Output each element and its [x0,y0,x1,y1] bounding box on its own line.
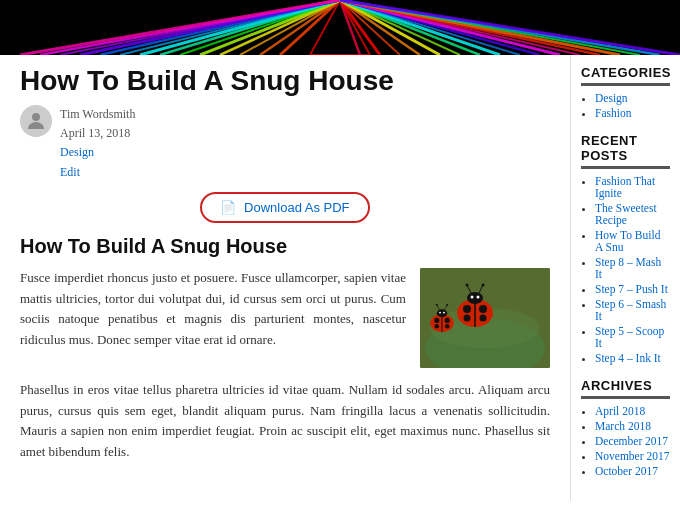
svg-point-39 [463,305,471,313]
archive-april-2018[interactable]: April 2018 [595,405,645,417]
main-content: How To Build A Snug House Tim Wordsmith … [0,55,570,501]
archive-march-2018[interactable]: March 2018 [595,420,651,432]
list-item: Fashion That Ignite [595,175,670,199]
svg-point-40 [479,305,487,313]
recent-post-3[interactable]: How To Build A Snu [595,229,660,253]
article-paragraph-1: Fusce imperdiet rhoncus justo et posuere… [20,268,406,368]
header-banner [0,0,680,55]
sidebar: CATEGORIES Design Fashion RECENT POSTS F… [570,55,680,501]
svg-point-42 [480,314,487,321]
list-item: December 2017 [595,435,670,447]
svg-point-56 [437,309,447,317]
content-wrapper: How To Build A Snug House Tim Wordsmith … [0,55,680,501]
archive-december-2017[interactable]: December 2017 [595,435,668,447]
svg-point-41 [464,314,471,321]
category-link[interactable]: Design [60,145,94,159]
download-area: 📄 Download As PDF [20,192,550,223]
svg-point-54 [435,324,440,329]
svg-point-53 [445,318,450,323]
article-title: How To Build A Snug House [20,235,550,258]
list-item: Step 5 – Scoop It [595,325,670,349]
archive-november-2017[interactable]: November 2017 [595,450,669,462]
recent-posts-list: Fashion That Ignite The Sweetest Recipe … [581,175,670,364]
download-pdf-button[interactable]: 📄 Download As PDF [200,192,369,223]
article-image [420,268,550,368]
list-item: Step 7 – Push It [595,283,670,295]
svg-point-44 [471,295,474,298]
svg-point-45 [477,295,480,298]
recent-post-8[interactable]: Step 4 – Ink It [595,352,661,364]
list-item: November 2017 [595,450,670,462]
archives-section: ARCHIVES April 2018 March 2018 December … [581,378,670,477]
recent-post-2[interactable]: The Sweetest Recipe [595,202,657,226]
post-date: April 13, 2018 [60,124,135,143]
list-item: Design [595,92,670,104]
article-body: Fusce imperdiet rhoncus justo et posuere… [20,268,550,368]
recent-post-7[interactable]: Step 5 – Scoop It [595,325,664,349]
author-name: Tim Wordsmith [60,105,135,124]
list-item: April 2018 [595,405,670,417]
download-label: Download As PDF [244,200,350,215]
svg-point-61 [436,304,438,306]
category-design-link[interactable]: Design [595,92,628,104]
svg-point-48 [466,283,469,286]
svg-point-33 [32,113,40,121]
author-meta: Tim Wordsmith April 13, 2018 Design Edit [60,105,135,182]
svg-point-57 [439,311,441,313]
list-item: Step 4 – Ink It [595,352,670,364]
svg-point-58 [443,311,445,313]
list-item: Fashion [595,107,670,119]
categories-list: Design Fashion [581,92,670,119]
page-title: How To Build A Snug House [20,65,550,97]
recent-posts-title: RECENT POSTS [581,133,670,169]
author-section: Tim Wordsmith April 13, 2018 Design Edit [20,105,550,182]
pdf-icon: 📄 [220,200,236,215]
svg-point-55 [445,324,450,329]
list-item: March 2018 [595,420,670,432]
recent-post-6[interactable]: Step 6 – Smash It [595,298,666,322]
list-item: Step 6 – Smash It [595,298,670,322]
archives-title: ARCHIVES [581,378,670,399]
archives-list: April 2018 March 2018 December 2017 Nove… [581,405,670,477]
recent-post-5[interactable]: Step 7 – Push It [595,283,668,295]
svg-point-43 [467,292,483,304]
list-item: The Sweetest Recipe [595,202,670,226]
edit-link[interactable]: Edit [60,165,80,179]
list-item: Step 8 – Mash It [595,256,670,280]
recent-post-4[interactable]: Step 8 – Mash It [595,256,661,280]
recent-posts-section: RECENT POSTS Fashion That Ignite The Swe… [581,133,670,364]
svg-point-52 [434,318,439,323]
list-item: How To Build A Snu [595,229,670,253]
article-paragraph-2: Phasellus in eros vitae tellus pharetra … [20,380,550,463]
categories-section: CATEGORIES Design Fashion [581,65,670,119]
list-item: October 2017 [595,465,670,477]
banner-rays-svg [0,0,680,55]
svg-point-62 [446,304,448,306]
avatar [20,105,52,137]
category-fashion-link[interactable]: Fashion [595,107,631,119]
categories-title: CATEGORIES [581,65,670,86]
svg-point-49 [482,283,485,286]
recent-post-1[interactable]: Fashion That Ignite [595,175,655,199]
archive-october-2017[interactable]: October 2017 [595,465,658,477]
